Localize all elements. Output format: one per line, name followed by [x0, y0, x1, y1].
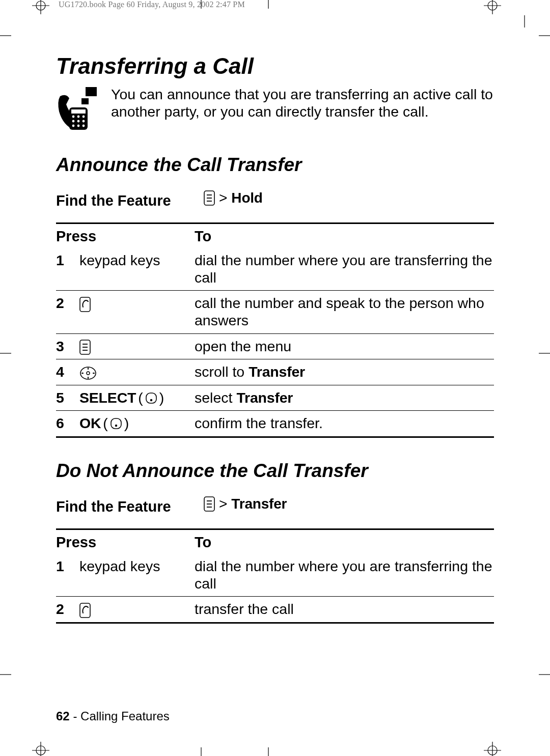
to-cell: transfer the call [195, 597, 494, 623]
press-cell: keypad keys [79, 554, 195, 597]
svg-rect-28 [71, 109, 86, 114]
col-header-to: To [195, 529, 494, 554]
find-feature-value: > Hold [204, 190, 263, 206]
step-number: 5 [56, 385, 79, 411]
svg-point-48 [87, 372, 90, 375]
to-cell: select Transfer [195, 385, 494, 411]
find-feature-label: Find the Feature [56, 498, 204, 515]
crop-mark-icon [0, 28, 15, 43]
to-cell: dial the number where you are transferri… [195, 554, 494, 597]
press-cell [79, 291, 195, 333]
svg-point-32 [72, 120, 75, 123]
softkey-icon [145, 392, 157, 404]
greater-than: > [219, 496, 227, 512]
nav-key-icon [79, 366, 97, 381]
intro-block: You can announce that you are transferri… [56, 86, 494, 132]
crop-mark-icon [484, 742, 501, 756]
to-cell: dial the number where you are transferri… [195, 248, 494, 291]
svg-point-56 [115, 425, 117, 427]
table-row: 1 keypad keys dial the number where you … [56, 554, 494, 597]
col-header-press: Press [56, 529, 195, 554]
section-heading-announce: Announce the Call Transfer [56, 154, 494, 176]
crop-mark-icon [514, 15, 535, 46]
table-row: 5 SELECT ( ) select Transfer [56, 385, 494, 411]
crop-mark-icon [0, 667, 15, 682]
crop-mark-icon [535, 667, 550, 682]
to-cell: scroll to Transfer [195, 359, 494, 385]
crop-mark-icon [261, 0, 276, 10]
svg-rect-53 [146, 393, 156, 403]
col-header-press: Press [56, 223, 195, 248]
phone-in-hand-icon [56, 86, 100, 132]
greater-than: > [219, 190, 227, 206]
page-title: Transferring a Call [56, 53, 494, 79]
section-heading-no-announce: Do Not Announce the Call Transfer [56, 460, 494, 482]
find-feature-value: > Transfer [204, 496, 287, 512]
svg-point-33 [77, 120, 80, 123]
table-row: 3 open the menu [56, 333, 494, 359]
step-number: 4 [56, 359, 79, 385]
step-number: 1 [56, 554, 79, 597]
svg-point-54 [150, 399, 152, 401]
crop-mark-icon [484, 0, 501, 14]
press-cell: SELECT ( ) [79, 385, 195, 411]
press-cell [79, 333, 195, 359]
step-number: 2 [56, 291, 79, 333]
press-cell: OK ( ) [79, 411, 195, 437]
to-pre: select [195, 389, 236, 406]
table-row: 6 OK ( ) confirm the transfer. [56, 411, 494, 437]
svg-rect-26 [81, 98, 89, 104]
menu-target: Transfer [231, 496, 287, 512]
to-cell: open the menu [195, 333, 494, 359]
footer-section: Calling Features [80, 709, 170, 723]
send-key-icon [79, 297, 91, 312]
softkey-icon [110, 417, 122, 430]
steps-table-announce: Press To 1 keypad keys dial the number w… [56, 222, 494, 438]
table-row: 4 scroll to Transfer [56, 359, 494, 385]
crop-mark-icon [0, 346, 15, 361]
svg-point-37 [82, 125, 85, 127]
menu-target: Hold [231, 190, 262, 206]
menu-key-icon [204, 496, 215, 512]
crop-mark-icon [535, 28, 550, 43]
to-pre: scroll to [195, 363, 249, 380]
svg-point-29 [72, 116, 75, 118]
col-header-to: To [195, 223, 494, 248]
to-cell: confirm the transfer. [195, 411, 494, 437]
find-feature-label: Find the Feature [56, 192, 204, 209]
step-number: 6 [56, 411, 79, 437]
step-number: 2 [56, 597, 79, 623]
svg-point-30 [77, 116, 80, 118]
svg-rect-55 [111, 418, 121, 429]
find-feature-row: Find the Feature > Hold [56, 187, 494, 220]
step-number: 3 [56, 333, 79, 359]
header-trace: UG1720.book Page 60 Friday, August 9, 20… [59, 0, 245, 9]
crop-mark-icon [261, 746, 276, 756]
crop-mark-icon [535, 346, 550, 361]
press-cell: keypad keys [79, 248, 195, 291]
page-number: 62 [56, 709, 70, 723]
crop-mark-icon [32, 742, 49, 756]
svg-rect-25 [86, 87, 97, 96]
press-cell [79, 597, 195, 623]
steps-table-no-announce: Press To 1 keypad keys dial the number w… [56, 528, 494, 624]
svg-point-36 [77, 125, 80, 127]
svg-rect-42 [80, 297, 90, 312]
table-row: 1 keypad keys dial the number where you … [56, 248, 494, 291]
softkey-label: OK [79, 415, 101, 432]
press-cell [79, 359, 195, 385]
svg-point-51 [82, 372, 83, 373]
to-cell: call the number and speak to the person … [195, 291, 494, 333]
svg-rect-61 [80, 603, 90, 618]
page-footer: 62 - Calling Features [56, 709, 170, 723]
table-row: 2 call the number and speak to the perso… [56, 291, 494, 333]
svg-point-49 [88, 368, 89, 369]
crop-mark-icon [194, 746, 209, 756]
menu-key-icon [79, 340, 91, 355]
step-number: 1 [56, 248, 79, 291]
send-key-icon [79, 603, 91, 618]
svg-point-52 [93, 372, 94, 373]
to-bold: Transfer [236, 389, 293, 406]
svg-point-34 [82, 120, 85, 123]
softkey-label: SELECT [79, 389, 136, 407]
